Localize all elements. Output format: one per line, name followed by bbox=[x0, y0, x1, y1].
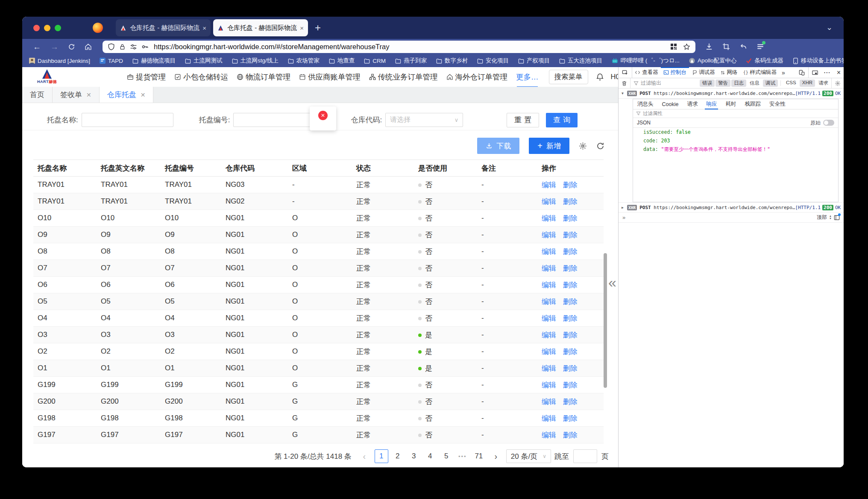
back-button[interactable]: ← bbox=[33, 43, 41, 51]
delete-link[interactable]: 删除 bbox=[563, 331, 578, 339]
bookmark-item[interactable]: Dashboard [Jenkins] bbox=[29, 58, 90, 64]
devtools-more-tabs-icon[interactable]: » bbox=[779, 69, 788, 76]
mobile-bookmarks[interactable]: 移动设备上的书签 bbox=[793, 57, 844, 65]
delete-link[interactable]: 删除 bbox=[563, 381, 578, 389]
page-size-select[interactable]: 20 条/页∨ bbox=[506, 449, 551, 463]
context-selector[interactable]: 顶部 bbox=[817, 214, 827, 221]
devtools-tab-查看器[interactable]: 查看器 bbox=[632, 67, 661, 78]
network-request-row[interactable]: ▶ XHR POST https://bookingwmsmgr.hart-wo… bbox=[619, 202, 844, 213]
console-filter-input[interactable]: 过滤输出 bbox=[630, 80, 699, 87]
filter-chip[interactable]: XHR bbox=[800, 80, 815, 87]
network-request-row[interactable]: ▼ XHR POST https://bookingwmsmgr.hart-wo… bbox=[619, 89, 844, 99]
firefox-icon[interactable] bbox=[93, 23, 103, 33]
edit-link[interactable]: 编辑 bbox=[542, 198, 556, 206]
nav-item[interactable]: 物流订单管理 bbox=[237, 72, 290, 82]
bookmark-item[interactable]: 土流网测试 bbox=[185, 57, 223, 65]
forward-button[interactable]: → bbox=[50, 43, 59, 51]
tab-close-icon[interactable]: × bbox=[202, 24, 206, 32]
delete-link[interactable]: 删除 bbox=[563, 281, 578, 289]
page-number[interactable]: 4 bbox=[423, 449, 437, 463]
responsive-mode-icon[interactable] bbox=[796, 67, 808, 78]
qr-code-icon[interactable] bbox=[670, 43, 677, 50]
prev-page-icon[interactable]: ‹ bbox=[358, 449, 371, 463]
edit-link[interactable]: 编辑 bbox=[542, 431, 556, 439]
filter-chip[interactable]: 请求 bbox=[816, 80, 831, 87]
nav-item[interactable]: 海外仓订单管理 bbox=[446, 72, 508, 82]
tab-list-chevron-icon[interactable]: ⌄ bbox=[826, 23, 833, 32]
screenshot-icon[interactable] bbox=[722, 43, 730, 50]
edit-link[interactable]: 编辑 bbox=[542, 181, 556, 189]
json-section-header[interactable]: JSON 原始 bbox=[633, 118, 838, 128]
bookmark-item[interactable]: 哔哩哔哩 (゜-゜)つロ... bbox=[612, 57, 680, 65]
edit-link[interactable]: 编辑 bbox=[542, 381, 556, 389]
json-property[interactable]: code: 203 bbox=[633, 136, 838, 145]
undo-arrow-icon[interactable] bbox=[739, 43, 747, 50]
delete-link[interactable]: 删除 bbox=[563, 364, 578, 372]
bookmark-item[interactable]: 赫德物流项目 bbox=[132, 57, 176, 65]
url-bar[interactable]: https://bookingmgr.hart-worldwide.com/#/… bbox=[103, 41, 695, 53]
download-button[interactable]: 下载 bbox=[477, 138, 519, 154]
permissions-icon[interactable] bbox=[130, 43, 137, 50]
edit-link[interactable]: 编辑 bbox=[542, 214, 556, 222]
bookmark-item[interactable]: 地查查 bbox=[329, 57, 355, 65]
edit-link[interactable]: 编辑 bbox=[542, 348, 556, 356]
raw-toggle[interactable] bbox=[823, 120, 834, 126]
settings-gear-icon[interactable] bbox=[579, 142, 587, 150]
edit-link[interactable]: 编辑 bbox=[542, 314, 556, 322]
maximize-window-button[interactable] bbox=[55, 25, 61, 31]
close-window-button[interactable] bbox=[33, 25, 40, 31]
delete-link[interactable]: 删除 bbox=[563, 198, 578, 206]
browser-tab-active[interactable]: 仓库托盘 - 赫德国际物流管理系统 × bbox=[213, 19, 308, 36]
bookmark-star-icon[interactable] bbox=[683, 43, 690, 50]
detail-tab-栈跟踪[interactable]: 栈跟踪 bbox=[740, 99, 765, 109]
bookmark-item[interactable]: 安化项目 bbox=[477, 57, 509, 65]
nav-item[interactable]: 传统业务订单管理 bbox=[369, 72, 438, 82]
page-number[interactable]: 5 bbox=[440, 449, 453, 463]
json-property[interactable]: data: "需要至少一个查询条件，不支持导出全部标签！" bbox=[633, 145, 838, 154]
nav-item[interactable]: 小包仓储转运 bbox=[174, 72, 228, 82]
delete-link[interactable]: 删除 bbox=[563, 231, 578, 239]
delete-link[interactable]: 删除 bbox=[563, 214, 578, 222]
delete-link[interactable]: 删除 bbox=[563, 298, 578, 306]
devtools-tab-网络[interactable]: 网络 bbox=[718, 67, 740, 78]
split-console-icon[interactable] bbox=[834, 215, 840, 221]
hart-logo[interactable]: HART赫德 bbox=[35, 69, 59, 85]
devtools-tab-控制台[interactable]: 控制台 bbox=[661, 67, 689, 78]
console-prompt-row[interactable]: » 顶部 ▲▼ bbox=[619, 213, 844, 223]
detail-tab-消息头[interactable]: 消息头 bbox=[633, 99, 658, 109]
delete-link[interactable]: 删除 bbox=[563, 314, 578, 322]
bookmark-item[interactable]: 农场管家 bbox=[288, 57, 320, 65]
caret-down-icon[interactable]: ▼ bbox=[622, 92, 627, 95]
query-button[interactable]: 查询 bbox=[546, 113, 578, 127]
filter-chip[interactable]: 警告 bbox=[716, 80, 730, 87]
edit-link[interactable]: 编辑 bbox=[542, 231, 556, 239]
edit-link[interactable]: 编辑 bbox=[542, 264, 556, 272]
user-label[interactable]: H016 - 代伟And bbox=[611, 72, 619, 82]
edit-link[interactable]: 编辑 bbox=[542, 298, 556, 306]
filter-chip[interactable]: 信息 bbox=[747, 80, 762, 87]
detail-tab-响应[interactable]: 响应 bbox=[702, 99, 721, 109]
filter-properties-input[interactable]: 过滤属性 bbox=[633, 109, 838, 118]
delete-link[interactable]: 删除 bbox=[563, 414, 578, 422]
tab-close-icon[interactable]: × bbox=[300, 24, 304, 32]
lock-icon[interactable] bbox=[119, 44, 126, 50]
edit-link[interactable]: 编辑 bbox=[542, 398, 556, 406]
edit-link[interactable]: 编辑 bbox=[542, 414, 556, 422]
bookmark-item[interactable]: Apollo配置中心 bbox=[689, 57, 737, 65]
reset-button[interactable]: 重置 bbox=[507, 113, 539, 127]
delete-link[interactable]: 删除 bbox=[563, 248, 578, 256]
caret-right-icon[interactable]: ▶ bbox=[622, 206, 627, 210]
devtools-menu-icon[interactable]: ··· bbox=[821, 67, 834, 78]
shield-icon[interactable] bbox=[108, 43, 115, 50]
delete-link[interactable]: 删除 bbox=[563, 181, 578, 189]
edit-link[interactable]: 编辑 bbox=[542, 331, 556, 339]
filter-chip[interactable]: 错误 bbox=[700, 80, 715, 87]
collapse-panel-icon[interactable]: « bbox=[608, 275, 616, 289]
next-page-icon[interactable]: › bbox=[489, 449, 503, 463]
delete-link[interactable]: 删除 bbox=[563, 264, 578, 272]
console-settings-icon[interactable] bbox=[831, 78, 844, 88]
element-picker-icon[interactable] bbox=[619, 67, 632, 78]
filter-chip[interactable]: 日志 bbox=[731, 80, 746, 87]
nav-item[interactable]: 供应商账单管理 bbox=[299, 72, 361, 82]
devtools-tab-样式编辑器[interactable]: {}样式编辑器 bbox=[740, 67, 780, 78]
